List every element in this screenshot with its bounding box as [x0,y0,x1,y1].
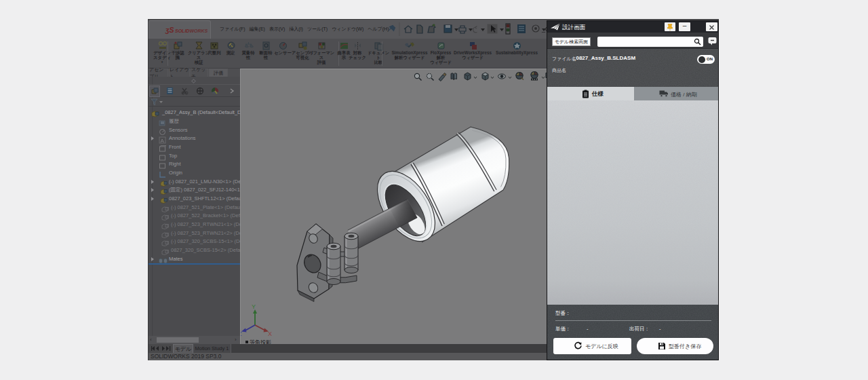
svg-text:X: X [268,330,272,337]
svg-text:SOLIDWORKS: SOLIDWORKS [175,28,208,33]
svg-text:Y: Y [252,303,256,310]
svg-text:ʒS: ʒS [165,26,174,34]
